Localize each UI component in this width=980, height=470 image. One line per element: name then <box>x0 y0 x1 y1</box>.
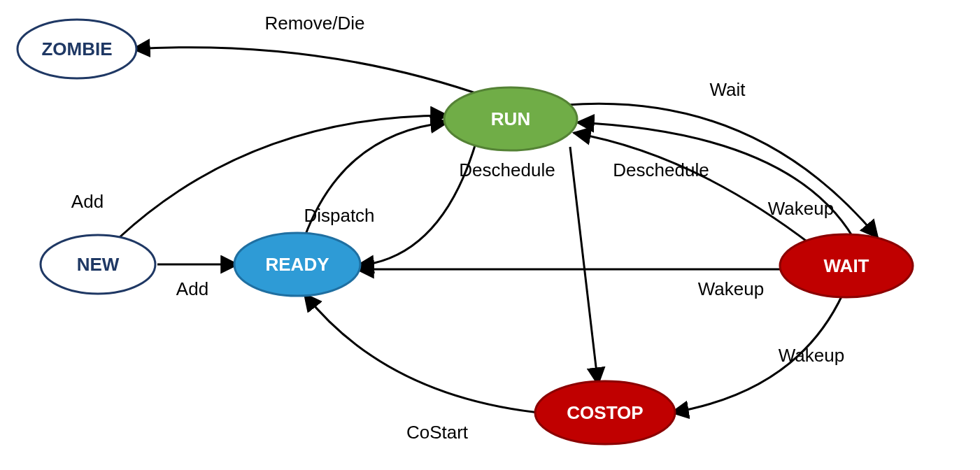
label-run-to-ready: Deschedule <box>459 159 555 180</box>
label-run-to-wait: Wait <box>709 79 746 100</box>
state-ready: READY <box>234 233 360 296</box>
state-wait: WAIT <box>780 234 913 297</box>
label-new-to-run: Add <box>71 191 104 212</box>
state-new-label: NEW <box>77 254 120 275</box>
label-costop-to-ready: CoStart <box>406 422 469 443</box>
label-wait-to-costop: Wakeup <box>779 345 844 366</box>
state-zombie-label: ZOMBIE <box>41 38 112 59</box>
state-zombie: ZOMBIE <box>17 20 136 78</box>
state-new: NEW <box>41 235 155 294</box>
label-new-to-ready: Add <box>176 278 208 299</box>
edge-run-to-costop <box>570 147 598 385</box>
edge-run-to-zombie <box>133 48 490 98</box>
label-wait-to-run-deschedule: Deschedule <box>613 159 709 180</box>
state-diagram: Remove/Die Add Add Dispatch Deschedule W… <box>0 0 980 470</box>
label-wait-to-ready: Wakeup <box>698 278 764 299</box>
edge-costop-to-ready <box>304 294 539 413</box>
state-costop-label: COSTOP <box>567 402 643 423</box>
state-wait-label: WAIT <box>824 255 869 276</box>
label-wait-to-run-wakeup: Wakeup <box>768 198 834 219</box>
state-costop: COSTOP <box>535 381 675 444</box>
state-run-label: RUN <box>491 108 530 129</box>
label-run-to-zombie: Remove/Die <box>264 13 364 34</box>
state-ready-label: READY <box>265 254 329 275</box>
label-ready-to-run: Dispatch <box>304 205 374 226</box>
state-run: RUN <box>444 87 577 150</box>
